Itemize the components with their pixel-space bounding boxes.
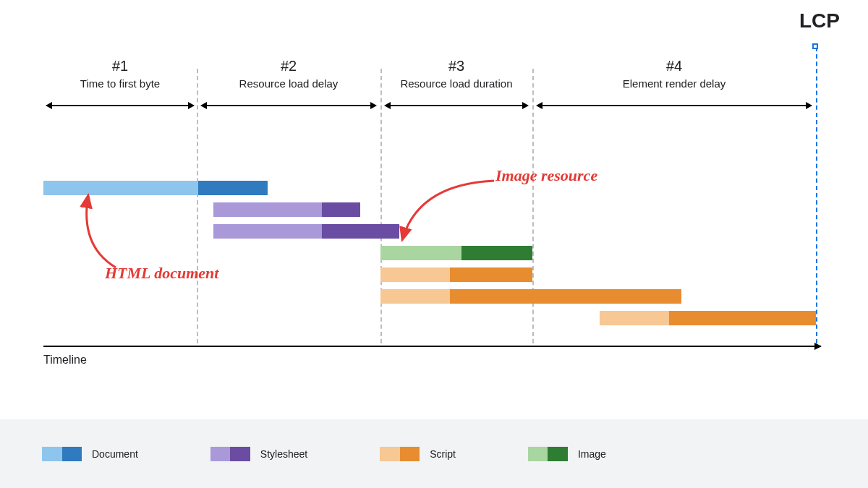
legend-label: Stylesheet — [260, 448, 307, 460]
phase-num: #1 — [43, 58, 197, 74]
legend-item-document: Document — [42, 447, 138, 461]
phase-header-3: #3 Resource load duration — [380, 58, 532, 90]
bar-script — [600, 311, 816, 325]
bar-segment-dark — [450, 289, 681, 304]
phase-header-1: #1 Time to first byte — [43, 58, 197, 90]
legend: Document Stylesheet Script Image — [0, 419, 868, 488]
bar-segment-light — [213, 224, 322, 239]
phase-header-2: #2 Resource load delay — [197, 58, 380, 90]
legend-swatch-icon — [528, 447, 568, 461]
bar-segment-light — [380, 289, 450, 304]
phase-bracket-arrow-icon — [385, 105, 528, 106]
lcp-marker-icon — [812, 43, 818, 49]
annotation-image: Image resource — [495, 166, 597, 185]
axis-label: Timeline — [43, 354, 87, 367]
bar-segment-dark — [669, 311, 816, 325]
phase-name: Resource load duration — [380, 77, 532, 90]
bar-segment-light — [213, 202, 322, 217]
phase-divider — [197, 69, 198, 343]
phase-name: Time to first byte — [43, 77, 197, 90]
legend-item-image: Image — [528, 447, 606, 461]
legend-label: Script — [430, 448, 456, 460]
phase-num: #4 — [532, 58, 816, 74]
timeline-axis — [43, 346, 821, 347]
annotation-arrow-icon — [389, 174, 505, 253]
lcp-label: LCP — [799, 9, 840, 33]
annotation-arrow-icon — [72, 188, 159, 275]
bar-segment-dark — [198, 181, 268, 195]
legend-swatch-icon — [42, 447, 82, 461]
bar-script — [380, 289, 681, 304]
legend-swatch-icon — [210, 447, 250, 461]
bar-stylesheet — [213, 224, 399, 239]
lcp-line — [816, 47, 817, 343]
legend-item-script: Script — [380, 447, 456, 461]
annotation-html: HTML document — [105, 264, 218, 283]
bar-segment-light — [380, 267, 450, 282]
bar-segment-dark — [450, 267, 532, 282]
bar-segment-dark — [322, 224, 399, 239]
legend-swatch-icon — [380, 447, 420, 461]
bar-segment-light — [600, 311, 669, 325]
phase-header-4: #4 Element render delay — [532, 58, 816, 90]
legend-item-stylesheet: Stylesheet — [210, 447, 307, 461]
chart-area: LCP #1 Time to first byte #2 Resource lo… — [43, 40, 821, 380]
phase-bracket-arrow-icon — [201, 105, 376, 106]
phase-name: Element render delay — [532, 77, 816, 90]
bar-segment-dark — [322, 202, 360, 217]
bar-stylesheet — [213, 202, 360, 217]
legend-label: Image — [578, 448, 606, 460]
phase-name: Resource load delay — [197, 77, 380, 90]
phase-num: #3 — [380, 58, 532, 74]
legend-label: Document — [92, 448, 138, 460]
phase-num: #2 — [197, 58, 380, 74]
phase-bracket-arrow-icon — [537, 105, 812, 106]
bar-script — [380, 267, 532, 282]
phase-bracket-arrow-icon — [46, 105, 194, 106]
